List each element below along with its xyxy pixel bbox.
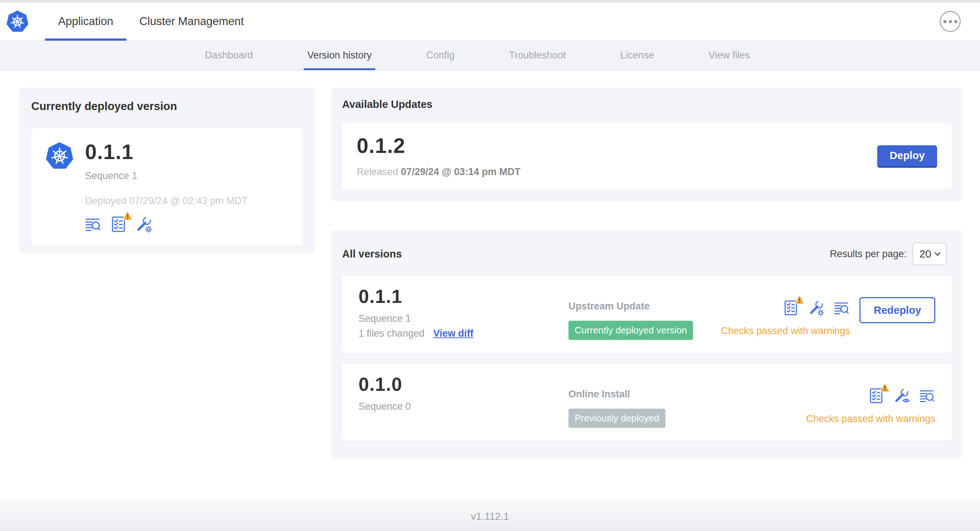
status-badge: Currently deployed version	[568, 321, 693, 340]
version-source-label: Upstream Update	[568, 301, 721, 312]
update-version-number: 0.1.2	[357, 135, 520, 156]
currently-deployed-card: Currently deployed version 0.1.1 Sequenc…	[19, 87, 315, 253]
warning-triangle-icon	[794, 294, 805, 305]
version-row: 0.1.0 Sequence 0 Online Install Previous…	[342, 364, 952, 441]
redeploy-button[interactable]: Redeploy	[859, 297, 935, 323]
results-per-page: Results per page: 20	[830, 243, 947, 265]
checks-status-text[interactable]: Checks passed with warnings	[721, 326, 850, 337]
tab-license[interactable]: License	[617, 41, 658, 70]
checklist-warning-icon[interactable]	[783, 300, 799, 316]
window-top-edge	[0, 0, 980, 3]
available-update-row: 0.1.2 Released 07/29/24 @ 03:14 pm MDT D…	[342, 124, 952, 189]
deploy-button[interactable]: Deploy	[877, 145, 937, 168]
tab-dashboard[interactable]: Dashboard	[201, 41, 256, 70]
all-versions-title: All versions	[342, 248, 402, 260]
deployed-version-actions	[85, 216, 248, 233]
app-kubernetes-icon	[45, 141, 74, 170]
diff-lines-magnifier-icon[interactable]	[834, 300, 850, 316]
more-options-button[interactable]	[940, 11, 961, 32]
update-released-timestamp: Released 07/29/24 @ 03:14 pm MDT	[357, 166, 520, 178]
deployed-sequence: Sequence 1	[85, 170, 248, 181]
checklist-warning-icon[interactable]	[869, 388, 885, 404]
diff-lines-magnifier-icon[interactable]	[920, 388, 935, 404]
row-version-number: 0.1.0	[358, 375, 568, 394]
wrench-gear-icon[interactable]	[136, 216, 153, 233]
wrench-gear-icon[interactable]	[808, 300, 824, 316]
tab-view-files[interactable]: View files	[705, 41, 754, 70]
diff-lines-magnifier-icon[interactable]	[85, 216, 102, 233]
app-footer: v1.112.1	[0, 501, 980, 531]
warning-triangle-icon	[122, 210, 133, 221]
status-badge: Previously deployed	[568, 409, 665, 428]
app-header: Application Cluster Management	[0, 3, 980, 41]
tab-application-label: Application	[58, 15, 113, 28]
tab-version-history[interactable]: Version history	[304, 41, 375, 70]
currently-deployed-version-card: 0.1.1 Sequence 1 Deployed 07/29/24 @ 02:…	[31, 128, 302, 246]
header-nav: Application Cluster Management	[45, 3, 257, 40]
files-changed-label: 1 files changed	[358, 328, 425, 339]
available-updates-title: Available Updates	[342, 99, 952, 110]
main-content: Currently deployed version 0.1.1 Sequenc…	[0, 70, 980, 501]
tab-config[interactable]: Config	[422, 41, 458, 70]
deployed-timestamp: Deployed 07/29/24 @ 02:43 pm MDT	[85, 196, 248, 207]
view-diff-link[interactable]: View diff	[433, 328, 474, 339]
results-per-page-label: Results per page:	[830, 248, 907, 260]
tab-application[interactable]: Application	[45, 3, 126, 40]
ellipsis-icon	[943, 20, 947, 23]
version-source-label: Online Install	[568, 389, 806, 400]
warning-triangle-icon	[879, 382, 891, 393]
row-version-actions	[869, 388, 935, 404]
chevron-down-icon	[934, 250, 940, 256]
app-subnav: Dashboard Version history Config Trouble…	[0, 41, 980, 70]
available-updates-card: Available Updates 0.1.2 Released 07/29/2…	[331, 87, 963, 201]
tab-cluster-management[interactable]: Cluster Management	[126, 3, 257, 40]
kubernetes-logo-icon	[6, 10, 29, 33]
tab-cluster-management-label: Cluster Management	[140, 15, 244, 28]
row-version-number: 0.1.1	[358, 287, 568, 306]
row-sequence: Sequence 0	[358, 401, 568, 412]
tab-troubleshoot[interactable]: Troubleshoot	[505, 41, 570, 70]
currently-deployed-title: Currently deployed version	[31, 100, 302, 113]
wrench-eye-icon[interactable]	[894, 388, 910, 404]
results-per-page-select[interactable]: 20	[912, 243, 947, 265]
app-window: Application Cluster Management Dashboard…	[0, 0, 980, 531]
checklist-warning-icon[interactable]	[110, 216, 127, 233]
all-versions-card: All versions Results per page: 20 0.	[331, 230, 963, 458]
console-version: v1.112.1	[471, 511, 509, 522]
right-column: Available Updates 0.1.2 Released 07/29/2…	[331, 87, 963, 458]
row-sequence: Sequence 1	[358, 313, 568, 324]
row-version-actions	[783, 300, 850, 316]
version-row: 0.1.1 Sequence 1 1 files changed View di…	[342, 276, 952, 353]
deployed-version-number: 0.1.1	[85, 141, 248, 162]
checks-status-text[interactable]: Checks passed with warnings	[806, 413, 935, 424]
